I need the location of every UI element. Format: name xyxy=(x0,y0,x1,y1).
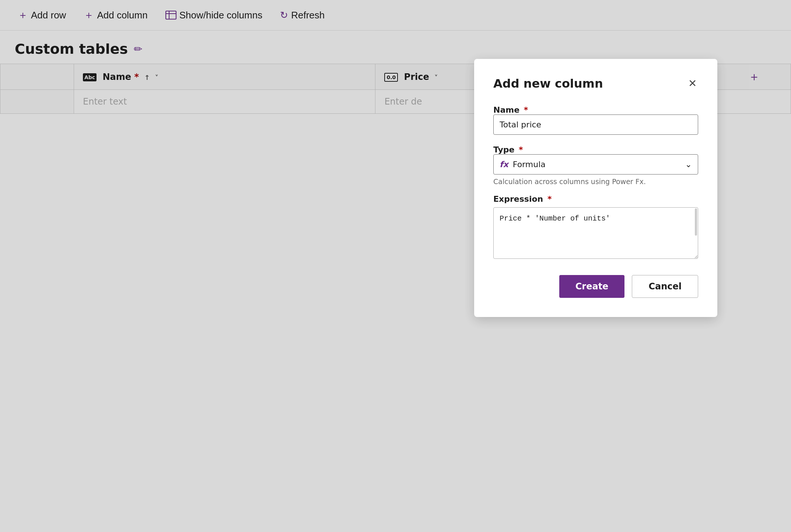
type-select-value: fx Formula xyxy=(500,160,546,169)
modal-overlay: Add new column ✕ Name * Type * fx Formul… xyxy=(0,0,791,532)
name-required: * xyxy=(521,105,528,114)
expression-wrapper: Price * 'Number of units' xyxy=(493,207,698,275)
fx-icon: fx xyxy=(500,160,508,169)
create-button[interactable]: Create xyxy=(559,275,625,298)
add-column-modal: Add new column ✕ Name * Type * fx Formul… xyxy=(474,59,717,317)
formula-hint: Calculation across columns using Power F… xyxy=(493,177,698,186)
modal-header: Add new column ✕ xyxy=(493,77,698,91)
type-chevron-icon: ⌄ xyxy=(685,160,692,169)
modal-close-button[interactable]: ✕ xyxy=(687,77,698,90)
type-field-label: Type * xyxy=(493,145,523,154)
type-required: * xyxy=(516,145,523,154)
name-field-input[interactable] xyxy=(493,114,698,135)
modal-title: Add new column xyxy=(493,77,603,91)
cancel-button[interactable]: Cancel xyxy=(632,275,698,298)
type-select-dropdown[interactable]: fx Formula ⌄ xyxy=(493,154,698,175)
expression-scrollbar xyxy=(695,208,697,236)
type-value-label: Formula xyxy=(513,160,546,169)
name-field-label: Name * xyxy=(493,105,528,114)
expression-label: Expression * xyxy=(493,194,698,204)
expr-required: * xyxy=(545,194,552,204)
modal-footer: Create Cancel xyxy=(493,275,698,298)
expression-textarea[interactable]: Price * 'Number of units' xyxy=(493,207,698,259)
